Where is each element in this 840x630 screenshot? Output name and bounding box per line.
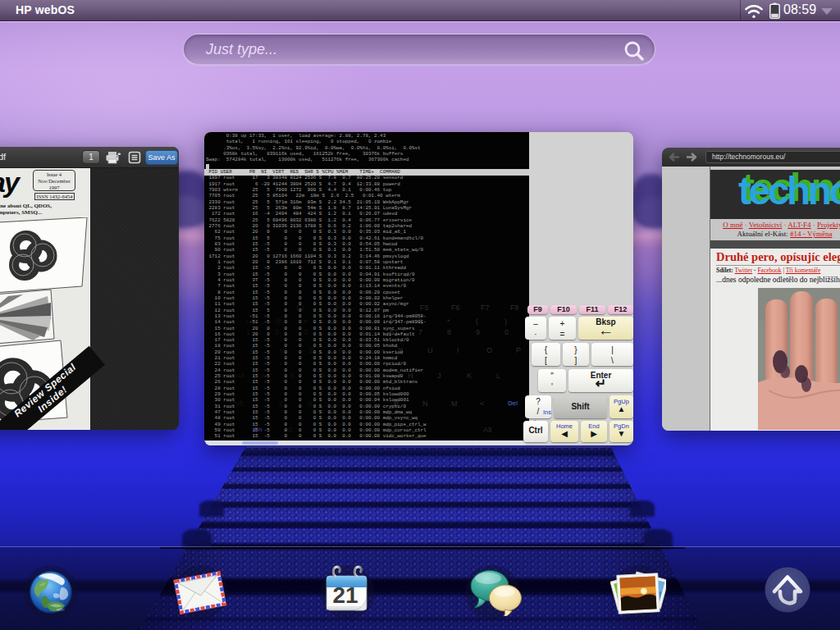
svg-text:21: 21 bbox=[332, 582, 358, 608]
